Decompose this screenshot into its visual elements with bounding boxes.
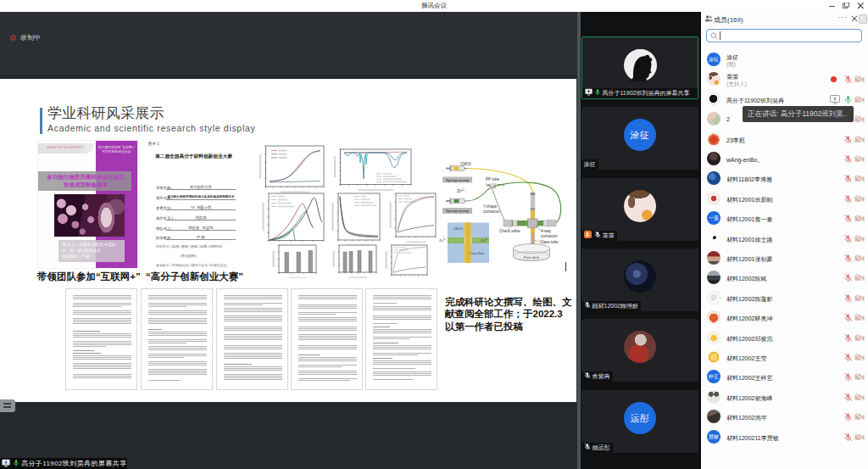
svg-text:PP tube: PP tube — [486, 177, 499, 181]
svg-text:2+: 2+ — [443, 237, 447, 241]
svg-text:Y-shape: Y-shape — [483, 204, 498, 209]
svg-text:connector: connector — [483, 209, 500, 214]
svg-text:2+: 2+ — [485, 237, 488, 241]
svg-text:connector: connector — [541, 234, 558, 238]
svg-text:2+: 2+ — [462, 188, 465, 192]
svg-text:Check valve: Check valve — [499, 229, 520, 233]
svg-text:CMCh: CMCh — [460, 162, 471, 166]
svg-text:Syringe pump: Syringe pump — [446, 209, 470, 213]
svg-text:Syringe pump: Syringe pump — [446, 178, 470, 182]
svg-text:Glass tube: Glass tube — [540, 240, 559, 244]
svg-text:Coax flow: Coax flow — [469, 251, 485, 255]
svg-text:Petri dish: Petri dish — [524, 255, 540, 260]
svg-text:CMCh: CMCh — [453, 226, 464, 231]
svg-text:4-way: 4-way — [541, 229, 552, 233]
